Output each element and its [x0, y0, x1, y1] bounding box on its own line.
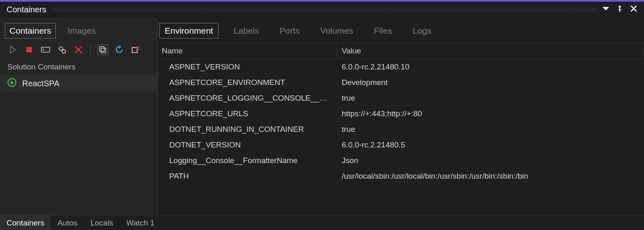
- svg-point-3: [62, 50, 66, 53]
- table-row[interactable]: PATH/usr/local/sbin:/usr/local/bin:/usr/…: [158, 168, 644, 184]
- table-row[interactable]: Logging__Console__FormatterNameJson: [158, 153, 644, 168]
- cell-value: /usr/local/sbin:/usr/local/bin:/usr/sbin…: [337, 168, 644, 184]
- sidebar: Containers Images: [0, 17, 158, 215]
- panel-controls: [602, 5, 637, 14]
- cell-name: DOTNET_VERSION: [158, 137, 337, 153]
- cell-name: DOTNET_RUNNING_IN_CONTAINER: [158, 122, 337, 137]
- bottom-tab-containers[interactable]: Containers: [0, 216, 51, 230]
- table-row[interactable]: ASPNETCORE_ENVIRONMENTDevelopment: [158, 75, 644, 90]
- cell-value: Json: [337, 153, 644, 168]
- container-list: ReactSPA: [0, 75, 157, 215]
- sidebar-tabs: Containers Images: [0, 17, 157, 42]
- table-row[interactable]: DOTNET_VERSION6.0.0-rc.2.21480.5: [158, 137, 644, 153]
- pin-icon[interactable]: [616, 5, 623, 14]
- bottom-tab-locals[interactable]: Locals: [84, 216, 120, 230]
- close-icon[interactable]: [630, 5, 637, 14]
- bottom-tabs: Containers Autos Locals Watch 1: [0, 215, 644, 230]
- running-status-icon: [7, 78, 16, 89]
- cell-value: Development: [337, 75, 644, 90]
- tab-files[interactable]: Files: [368, 23, 397, 39]
- cell-value: https://+:443;http://+:80: [337, 106, 644, 122]
- svg-rect-1: [41, 47, 50, 52]
- cell-name: PATH: [158, 168, 337, 184]
- terminal-icon[interactable]: [40, 44, 51, 55]
- sidebar-tab-images[interactable]: Images: [63, 23, 101, 39]
- column-header-name[interactable]: Name: [158, 43, 337, 59]
- delete-icon[interactable]: [73, 44, 84, 55]
- tab-labels[interactable]: Labels: [228, 23, 264, 39]
- cell-value: true: [337, 122, 644, 137]
- bottom-tab-watch1[interactable]: Watch 1: [120, 216, 161, 230]
- svg-rect-4: [100, 47, 104, 51]
- container-item-label: ReactSPA: [22, 79, 60, 88]
- sidebar-section-header: Solution Containers: [0, 58, 157, 75]
- prune-icon[interactable]: [130, 44, 141, 55]
- tab-ports[interactable]: Ports: [274, 23, 305, 39]
- cell-name: Logging__Console__FormatterName: [158, 153, 337, 168]
- cell-name: ASPNETCORE_LOGGING__CONSOLE__DISA...: [158, 90, 337, 106]
- main-panel: Environment Labels Ports Volumes Files L…: [158, 17, 644, 215]
- container-toolbar: [0, 42, 157, 58]
- refresh-icon[interactable]: [114, 44, 124, 55]
- play-icon[interactable]: [7, 44, 18, 55]
- svg-rect-6: [132, 48, 137, 53]
- cell-value: 6.0.0-rc.2.21480.10: [337, 59, 644, 75]
- panel-dropdown-icon[interactable]: [602, 5, 610, 14]
- cell-value: 6.0.0-rc.2.21480.5: [337, 137, 644, 153]
- svg-rect-5: [101, 48, 106, 53]
- table-row[interactable]: ASPNETCORE_URLShttps://+:443;http://+:80: [158, 106, 644, 122]
- cell-value: true: [337, 90, 644, 106]
- tab-logs[interactable]: Logs: [407, 23, 437, 39]
- tab-environment[interactable]: Environment: [159, 23, 218, 39]
- table-row[interactable]: DOTNET_RUNNING_IN_CONTAINERtrue: [158, 122, 644, 137]
- table-row[interactable]: ASPNETCORE_LOGGING__CONSOLE__DISA...true: [158, 90, 644, 106]
- sidebar-tab-containers[interactable]: Containers: [5, 23, 56, 39]
- gear-icon[interactable]: [57, 44, 67, 55]
- svg-point-2: [59, 47, 63, 51]
- grid-body[interactable]: ASPNET_VERSION6.0.0-rc.2.21480.10ASPNETC…: [158, 59, 644, 215]
- cell-name: ASPNETCORE_ENVIRONMENT: [158, 75, 337, 90]
- svg-rect-0: [26, 47, 32, 53]
- grid-header: Name Value: [158, 43, 644, 59]
- panel-title: Containers: [7, 5, 46, 14]
- bottom-tab-autos[interactable]: Autos: [51, 216, 84, 230]
- cell-name: ASPNETCORE_URLS: [158, 106, 337, 122]
- table-row[interactable]: ASPNET_VERSION6.0.0-rc.2.21480.10: [158, 59, 644, 75]
- panel-title-bar: Containers: [0, 2, 644, 17]
- container-item-reactspa[interactable]: ReactSPA: [0, 75, 157, 92]
- main-tabs: Environment Labels Ports Volumes Files L…: [158, 17, 644, 43]
- body-row: Containers Images: [0, 17, 644, 215]
- panel-grip-strip[interactable]: [53, 7, 597, 12]
- copy-icon[interactable]: [97, 44, 108, 55]
- column-header-value[interactable]: Value: [337, 43, 644, 59]
- stop-icon[interactable]: [24, 44, 34, 55]
- tab-volumes[interactable]: Volumes: [315, 23, 359, 39]
- toolbar-separator: [90, 45, 91, 55]
- cell-name: ASPNET_VERSION: [158, 59, 337, 75]
